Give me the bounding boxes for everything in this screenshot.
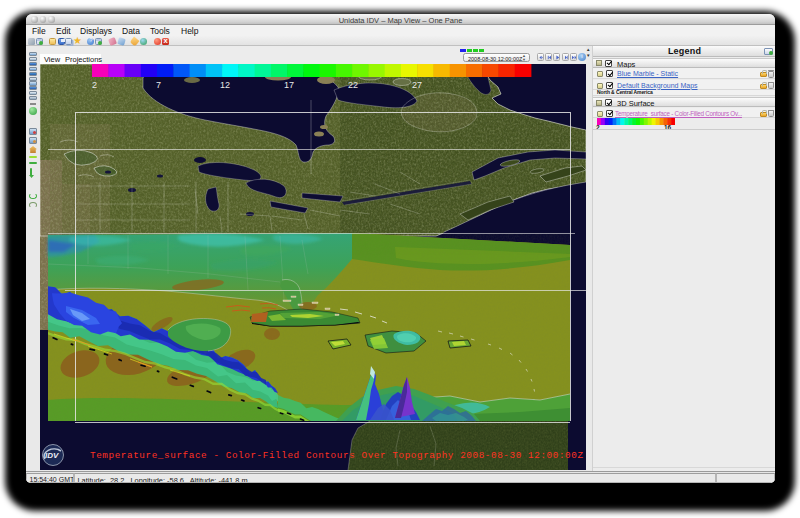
- svg-text:7: 7: [156, 80, 161, 90]
- svg-text:12: 12: [220, 80, 230, 90]
- svg-text:22: 22: [348, 80, 358, 90]
- svg-text:27: 27: [412, 80, 422, 90]
- svg-text:17: 17: [284, 80, 294, 90]
- svg-text:IDV: IDV: [45, 451, 59, 460]
- svg-text:2: 2: [92, 80, 97, 90]
- svg-text:Temperature_surface - Color-Fi: Temperature_surface - Color-Filled Conto…: [90, 450, 583, 461]
